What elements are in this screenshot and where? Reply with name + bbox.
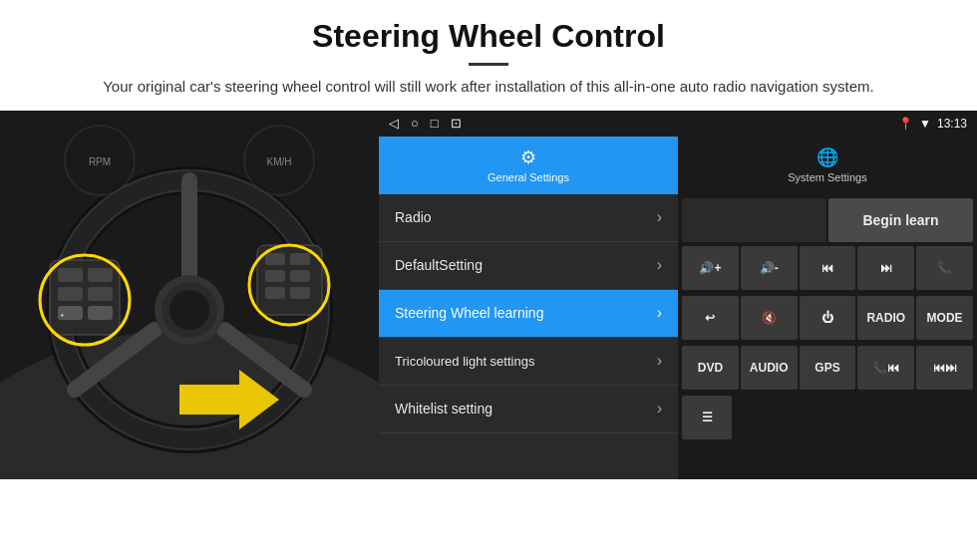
- prev-next-icon: ⏮⏭: [933, 361, 957, 375]
- ctrl-row-1: 🔊+ 🔊- ⏮ ⏭ 📞: [682, 246, 973, 290]
- menu-tricoloured-label: Tricoloured light settings: [395, 354, 534, 369]
- tab-bar: ⚙ General Settings 🌐 System Settings: [379, 137, 977, 194]
- nav-icons: ◁ ○ □ ⊡: [389, 116, 462, 131]
- hangup-icon: ↩: [705, 311, 715, 325]
- menu-icon[interactable]: ⊡: [451, 116, 462, 131]
- svg-rect-20: [265, 253, 285, 265]
- header-divider: [469, 63, 508, 66]
- svg-rect-12: [58, 268, 83, 282]
- menu-default-label: DefaultSetting: [395, 257, 483, 273]
- mute-button[interactable]: 🔇: [741, 296, 798, 340]
- gps-label: GPS: [814, 361, 839, 375]
- radio-label: RADIO: [866, 311, 905, 325]
- tab-general-label: General Settings: [488, 171, 569, 183]
- menu-item-steering[interactable]: Steering Wheel learning ›: [379, 290, 678, 338]
- svg-rect-23: [290, 270, 310, 282]
- phone-prev-icon: 📞⏮: [872, 361, 899, 375]
- gps-button[interactable]: GPS: [800, 346, 856, 390]
- ctrl-row-3: DVD AUDIO GPS 📞⏮ ⏮⏭: [682, 346, 973, 390]
- menu-item-tricoloured[interactable]: Tricoloured light settings ›: [379, 338, 678, 386]
- location-icon: 📍: [898, 117, 913, 131]
- volume-up-button[interactable]: 🔊+: [682, 246, 739, 290]
- chevron-default-icon: ›: [657, 256, 662, 274]
- menu-item-defaultsetting[interactable]: DefaultSetting ›: [379, 242, 678, 290]
- svg-point-10: [169, 290, 209, 330]
- chevron-steering-icon: ›: [657, 304, 662, 322]
- back-icon[interactable]: ◁: [389, 116, 399, 131]
- svg-rect-25: [290, 287, 310, 299]
- recent-icon[interactable]: □: [431, 116, 439, 131]
- chevron-whitelist-icon: ›: [657, 400, 662, 418]
- next-track-icon: ⏭: [880, 261, 892, 275]
- menu-whitelist-label: Whitelist setting: [395, 401, 492, 417]
- home-icon[interactable]: ○: [411, 116, 419, 131]
- power-button[interactable]: ⏻: [800, 296, 856, 340]
- svg-rect-18: [88, 306, 113, 320]
- system-settings-icon: 🌐: [816, 146, 838, 168]
- status-bar: ◁ ○ □ ⊡ 📍 ▼ 13:13: [379, 111, 977, 137]
- power-icon: ⏻: [821, 311, 833, 325]
- volume-down-icon: 🔊-: [760, 261, 779, 275]
- audio-button[interactable]: AUDIO: [741, 346, 798, 390]
- status-right: 📍 ▼ 13:13: [898, 117, 967, 131]
- chevron-tricoloured-icon: ›: [657, 352, 662, 370]
- header-subtitle: Your original car's steering wheel contr…: [40, 76, 937, 99]
- radio-button[interactable]: RADIO: [857, 296, 914, 340]
- phone-icon: 📞: [937, 261, 952, 275]
- wifi-icon: ▼: [919, 117, 931, 131]
- volume-up-icon: 🔊+: [699, 261, 721, 275]
- audio-label: AUDIO: [750, 361, 789, 375]
- svg-rect-21: [290, 253, 310, 265]
- hangup-button[interactable]: ↩: [682, 296, 739, 340]
- svg-rect-15: [88, 287, 113, 301]
- phone-button[interactable]: 📞: [916, 246, 973, 290]
- menu-item-whitelist[interactable]: Whitelist setting ›: [379, 386, 678, 433]
- next-track-button[interactable]: ⏭: [857, 246, 914, 290]
- svg-rect-22: [265, 270, 285, 282]
- android-menu: Radio › DefaultSetting › Steering Wheel …: [379, 194, 678, 479]
- begin-learn-row: Begin learn: [682, 198, 973, 242]
- list-icon-button[interactable]: ☰: [682, 396, 732, 439]
- android-panel: ◁ ○ □ ⊡ 📍 ▼ 13:13 ⚙ General Settings 🌐 S…: [379, 111, 977, 479]
- mute-icon: 🔇: [762, 311, 777, 325]
- ctrl-row-4: ☰: [682, 396, 973, 439]
- general-settings-icon: ⚙: [520, 146, 536, 168]
- tab-system[interactable]: 🌐 System Settings: [678, 137, 977, 194]
- android-inner: Radio › DefaultSetting › Steering Wheel …: [379, 194, 977, 479]
- begin-learn-button[interactable]: Begin learn: [828, 198, 973, 242]
- dvd-label: DVD: [698, 361, 723, 375]
- volume-down-button[interactable]: 🔊-: [741, 246, 798, 290]
- tab-general[interactable]: ⚙ General Settings: [379, 137, 678, 194]
- time-display: 13:13: [937, 117, 967, 131]
- empty-input-box: [682, 198, 826, 242]
- svg-text:KM/H: KM/H: [267, 156, 292, 167]
- dvd-button[interactable]: DVD: [682, 346, 739, 390]
- right-controls: Begin learn 🔊+ 🔊- ⏮ ⏭: [678, 194, 977, 479]
- page-header: Steering Wheel Control Your original car…: [0, 0, 977, 111]
- list-icon: ☰: [702, 411, 713, 424]
- menu-steering-label: Steering Wheel learning: [395, 305, 543, 321]
- prev-track-button[interactable]: ⏮: [800, 246, 856, 290]
- svg-text:+: +: [60, 311, 65, 320]
- chevron-radio-icon: ›: [657, 208, 662, 226]
- menu-radio-label: Radio: [395, 209, 432, 225]
- steering-wheel-image: + RPM: [0, 111, 379, 479]
- svg-rect-13: [88, 268, 113, 282]
- phone-prev-button[interactable]: 📞⏮: [857, 346, 914, 390]
- prev-track-icon: ⏮: [821, 261, 833, 275]
- page-title: Steering Wheel Control: [40, 18, 937, 55]
- ctrl-row-2: ↩ 🔇 ⏻ RADIO MODE: [682, 296, 973, 340]
- menu-item-radio[interactable]: Radio ›: [379, 194, 678, 242]
- main-content: + RPM: [0, 111, 977, 479]
- mode-label: MODE: [927, 311, 963, 325]
- prev-next-button[interactable]: ⏮⏭: [916, 346, 973, 390]
- svg-rect-14: [58, 287, 83, 301]
- svg-text:RPM: RPM: [89, 156, 111, 167]
- tab-system-label: System Settings: [788, 171, 866, 183]
- mode-button[interactable]: MODE: [916, 296, 973, 340]
- svg-rect-24: [265, 287, 285, 299]
